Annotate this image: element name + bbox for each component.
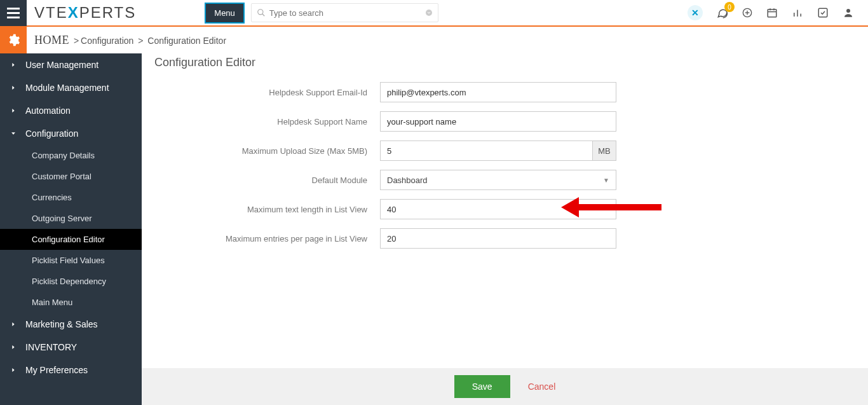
sidebar-item-configuration[interactable]: Configuration [0, 122, 142, 145]
row-default-module: Default Module Dashboard ▼ [154, 170, 855, 190]
user-icon[interactable] [843, 7, 854, 18]
menu-button[interactable]: Menu [205, 3, 245, 24]
footer-bar: Save Cancel [142, 368, 868, 405]
sidebar-sub-company-details[interactable]: Company Details [0, 145, 142, 166]
page-title: Configuration Editor [142, 53, 868, 69]
sidebar-item-label: Module Management [25, 83, 109, 93]
sidebar-sub-outgoing-server[interactable]: Outgoing Server [0, 208, 142, 229]
sidebar-sub-picklist-dependency[interactable]: Picklist Dependency [0, 271, 142, 292]
notification-badge: 0 [724, 2, 735, 12]
select-default-module[interactable]: Dashboard ▼ [380, 170, 616, 190]
sidebar-sub-main-menu[interactable]: Main Menu [0, 292, 142, 313]
label-max-entries: Maximum entries per page in List View [154, 234, 380, 244]
form-area: Helpdesk Support Email-Id Helpdesk Suppo… [142, 69, 868, 257]
sidebar-item-inventory[interactable]: INVENTORY [0, 336, 142, 359]
search-box[interactable] [251, 3, 438, 22]
sidebar-item-label: Marketing & Sales [25, 319, 98, 329]
sidebar-sub-configuration-editor[interactable]: Configuration Editor [0, 229, 142, 250]
sidebar-item-marketing-sales[interactable]: Marketing & Sales [0, 313, 142, 336]
search-input[interactable] [269, 8, 425, 18]
svg-line-1 [262, 14, 265, 17]
hamburger-menu[interactable] [0, 0, 27, 26]
input-max-entries[interactable] [380, 228, 616, 249]
sidebar-item-label: User Management [25, 60, 98, 70]
svg-point-14 [846, 9, 850, 13]
input-max-upload[interactable] [380, 141, 592, 161]
save-button[interactable]: Save [454, 375, 510, 398]
row-max-upload: Maximum Upload Size (Max 5MB) MB [154, 141, 855, 161]
chevron-right-icon [10, 344, 19, 350]
hamburger-icon [7, 8, 20, 18]
breadcrumb-home[interactable]: HOME [34, 34, 69, 46]
row-helpdesk-email: Helpdesk Support Email-Id [154, 82, 855, 102]
label-helpdesk-email: Helpdesk Support Email-Id [154, 88, 380, 97]
calendar-icon[interactable] [766, 7, 778, 18]
breadcrumb-level2[interactable]: Configuration Editor [147, 36, 226, 46]
sidebar-item-label: Automation [25, 106, 71, 116]
row-max-text: Maximum text length in List View [154, 199, 855, 219]
svg-rect-6 [768, 10, 776, 17]
sidebar-item-my-preferences[interactable]: My Preferences [0, 359, 142, 381]
breadcrumb: HOME >Configuration > Configuration Edit… [34, 34, 226, 47]
main-content: Configuration Editor Helpdesk Support Em… [142, 53, 868, 405]
sidebar-item-label: Configuration [25, 128, 78, 139]
chevron-right-icon [10, 367, 19, 373]
row-max-entries: Maximum entries per page in List View [154, 228, 855, 249]
label-max-text: Maximum text length in List View [154, 205, 380, 214]
layout: User Management Module Management Automa… [0, 53, 868, 405]
search-icon [257, 8, 266, 17]
caret-down-icon: ▼ [603, 177, 609, 184]
sidebar-sub-currencies[interactable]: Currencies [0, 187, 142, 208]
sidebar-item-user-management[interactable]: User Management [0, 53, 142, 76]
chat-icon[interactable]: 0 [717, 7, 728, 18]
add-icon[interactable] [742, 8, 752, 18]
cancel-link[interactable]: Cancel [528, 381, 556, 392]
reports-icon[interactable] [792, 7, 803, 18]
sidebar: User Management Module Management Automa… [0, 53, 142, 405]
input-helpdesk-email[interactable] [380, 82, 616, 102]
top-bar: VTEXPERTS Menu ✕ 0 [0, 0, 868, 27]
label-default-module: Default Module [154, 175, 380, 185]
breadcrumb-level1[interactable]: Configuration [81, 36, 133, 46]
sidebar-item-label: My Preferences [25, 365, 88, 375]
chevron-right-icon [10, 62, 19, 68]
checkbox-icon[interactable] [817, 7, 829, 18]
brand-x-icon[interactable]: ✕ [688, 5, 703, 20]
sidebar-sub-customer-portal[interactable]: Customer Portal [0, 166, 142, 187]
settings-gear-icon[interactable] [0, 27, 27, 53]
select-value: Dashboard [387, 175, 428, 185]
input-helpdesk-name[interactable] [380, 111, 616, 132]
breadcrumb-row: HOME >Configuration > Configuration Edit… [0, 27, 868, 53]
row-helpdesk-name: Helpdesk Support Name [154, 111, 855, 132]
label-max-upload: Maximum Upload Size (Max 5MB) [154, 146, 380, 156]
suffix-mb: MB [592, 141, 616, 161]
chevron-right-icon [10, 321, 19, 327]
logo: VTEXPERTS [34, 4, 136, 22]
svg-rect-13 [818, 8, 827, 17]
svg-point-2 [426, 10, 432, 16]
svg-point-0 [258, 10, 263, 15]
sidebar-item-label: INVENTORY [25, 342, 77, 352]
annotation-arrow-1 [561, 197, 661, 217]
topbar-right: ✕ 0 [688, 5, 868, 20]
sidebar-item-automation[interactable]: Automation [0, 99, 142, 122]
chevron-down-icon [10, 130, 19, 137]
sidebar-item-module-management[interactable]: Module Management [0, 76, 142, 99]
search-dropdown-icon[interactable] [425, 9, 433, 17]
label-helpdesk-name: Helpdesk Support Name [154, 117, 380, 127]
chevron-right-icon [10, 85, 19, 91]
sidebar-sub-picklist-field-values[interactable]: Picklist Field Values [0, 250, 142, 271]
chevron-right-icon [10, 107, 19, 114]
